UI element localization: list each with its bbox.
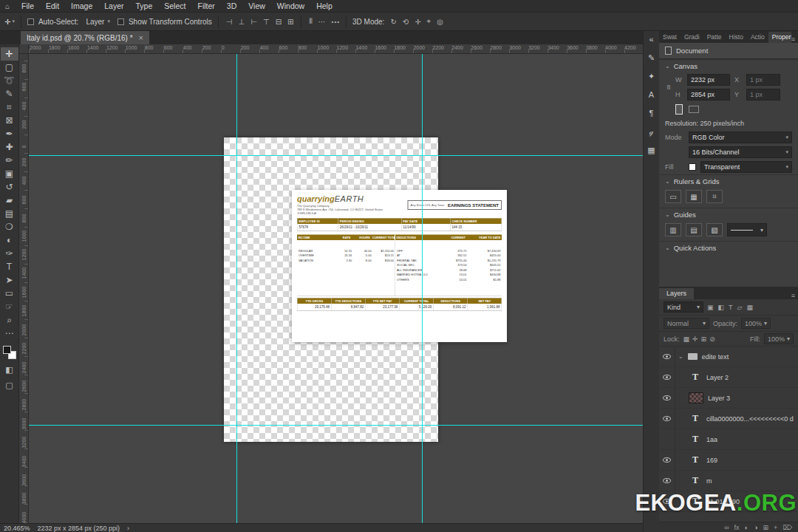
crop-tool[interactable]: ⌗ <box>1 100 18 114</box>
width-field[interactable]: 2232 px <box>687 74 730 86</box>
align-right-edges-icon[interactable]: ⊢ <box>249 17 259 27</box>
menu-item[interactable]: Help <box>310 0 338 12</box>
fill-field[interactable]: 100% ▾ <box>764 333 794 344</box>
glyphs-panel-icon[interactable]: ℊ <box>644 126 659 137</box>
brush-settings-panel-icon[interactable]: ✎ <box>644 52 659 64</box>
align-bottom-edges-icon[interactable]: ⊞ <box>286 17 295 27</box>
guide-line-style-select[interactable]: ▾ <box>727 223 767 236</box>
layer-name[interactable]: m <box>706 477 712 485</box>
x-field[interactable]: 1 px <box>746 74 780 86</box>
align-horizontal-centers-icon[interactable]: ⊥ <box>236 17 246 27</box>
3d-roll-icon[interactable]: ⟲ <box>401 17 410 27</box>
y-field[interactable]: 1 px <box>746 89 780 100</box>
new-group-icon[interactable]: ⊞ <box>763 523 768 532</box>
new-layer-icon[interactable]: + <box>774 523 777 532</box>
layer-row[interactable]: ⌄ T Layer 2 <box>659 367 798 388</box>
menu-item[interactable]: Layer <box>98 0 129 12</box>
toggle-grid-icon[interactable]: ▦ <box>686 190 702 203</box>
layer-name[interactable]: cilla0000000...<<<<<<<<<0 d <box>706 415 794 423</box>
guide-vertical-left[interactable] <box>236 54 237 523</box>
layer-filter-kind-select[interactable]: Kind ▾ <box>664 301 703 313</box>
menu-item[interactable]: View <box>242 0 271 12</box>
layer-row[interactable]: ⌄ T edite text <box>659 347 798 367</box>
layer-row[interactable]: ⌄ T 169 <box>659 450 798 471</box>
lock-position-icon[interactable]: ⊞ <box>701 335 707 343</box>
tab-properties[interactable]: Properties <box>768 32 791 43</box>
document-tab[interactable]: Italy id.psd @ 20.7% (RGB/16) * × <box>21 31 149 44</box>
menu-item[interactable]: Edit <box>40 0 65 12</box>
auto-select-checkbox[interactable] <box>27 18 34 25</box>
lock-all-icon[interactable]: ⊘ <box>709 335 715 343</box>
visibility-cell[interactable] <box>659 388 675 408</box>
gradient-tool[interactable]: ▤ <box>1 207 18 220</box>
character-panel-icon[interactable]: A <box>644 89 659 100</box>
link-layers-icon[interactable]: ∞ <box>724 523 729 532</box>
canvas-fill-select[interactable]: Transparent ▾ <box>700 161 792 173</box>
menu-item[interactable]: Filter <box>191 0 220 12</box>
opacity-field[interactable]: 100% ▾ <box>741 318 771 329</box>
panel-tab[interactable]: Actio <box>747 32 768 43</box>
guide-vertical-right[interactable] <box>422 54 423 523</box>
3d-slide-icon[interactable]: ⌖ <box>426 16 433 27</box>
move-tool[interactable]: ✛ <box>1 47 18 61</box>
auto-select-dropdown[interactable]: Layer ▾ <box>83 17 113 27</box>
visibility-cell[interactable] <box>659 347 675 366</box>
layer-row[interactable]: ⌄ T Layer 3 <box>659 388 798 409</box>
history-brush-tool[interactable]: ↺ <box>1 180 18 194</box>
panel-tab[interactable]: Gradi <box>681 32 703 43</box>
group-chevron-icon[interactable]: ⌄ <box>678 353 683 360</box>
menu-item[interactable]: Type <box>130 0 159 12</box>
visibility-cell[interactable] <box>659 471 675 491</box>
frame-tool[interactable]: ⊠ <box>1 114 18 127</box>
color-mode-select[interactable]: RGB Color ▾ <box>689 132 792 143</box>
layer-name[interactable]: Layer 3 <box>708 395 730 402</box>
3d-scale-icon[interactable]: ◎ <box>435 17 445 27</box>
filter-shape-layers-icon[interactable]: ▱ <box>737 304 743 311</box>
layers-panel-menu-icon[interactable]: ≡ <box>791 292 798 299</box>
toggle-rulers-icon[interactable]: ▭ <box>665 190 681 203</box>
guide-horizontal-top[interactable] <box>29 155 643 156</box>
rulers-grids-section-header[interactable]: ⌄ Rulers & Grids <box>659 174 798 188</box>
3d-rotate-icon[interactable]: ↻ <box>389 17 398 27</box>
menu-item[interactable]: Select <box>158 0 191 12</box>
panel-tab[interactable]: Patte <box>703 32 726 43</box>
menu-item[interactable]: File <box>16 0 40 12</box>
lock-image-pixels-icon[interactable]: ✛ <box>692 335 698 343</box>
quick-actions-section-header[interactable]: ⌄ Quick Actions <box>659 241 798 254</box>
landscape-orientation-icon[interactable] <box>689 106 699 113</box>
status-chevron-icon[interactable]: › <box>127 525 129 532</box>
eyedropper-tool[interactable]: ✒ <box>1 127 18 140</box>
show-transform-checkbox[interactable] <box>117 18 124 25</box>
layer-row[interactable]: ⌄ T m <box>659 471 798 491</box>
dodge-tool[interactable]: ◐ <box>1 233 18 247</box>
ruler-corner[interactable] <box>19 44 29 54</box>
toggle-snap-icon[interactable]: ⌗ <box>706 190 723 203</box>
visibility-cell[interactable] <box>659 429 675 449</box>
distribute-vertical-icon[interactable]: ⋯ <box>317 17 327 27</box>
vertical-ruler[interactable]: 8006004002000200400600800100012001400160… <box>19 54 29 523</box>
filter-type-layers-icon[interactable]: T <box>728 304 734 311</box>
visibility-cell[interactable] <box>659 367 675 387</box>
delete-layer-icon[interactable]: ⌦ <box>782 523 792 532</box>
screen-mode-icon[interactable]: ▢ <box>5 381 13 390</box>
layer-name[interactable]: Layer 2 <box>706 374 729 381</box>
canvas-area[interactable]: quarryingEARTH The Quarrying Company789 … <box>29 54 643 523</box>
zoom-level[interactable]: 20.465% <box>4 525 30 532</box>
new-guide-layout-icon[interactable]: ▥ <box>665 223 681 236</box>
layer-name[interactable]: 1aa <box>706 436 717 443</box>
lock-transparent-pixels-icon[interactable]: ▦ <box>683 335 690 343</box>
close-tab-icon[interactable]: × <box>139 33 143 42</box>
eraser-tool[interactable]: ▰ <box>1 194 18 207</box>
blur-tool[interactable]: ❍ <box>1 220 18 233</box>
filter-smart-objects-icon[interactable]: ▦ <box>746 304 754 311</box>
filter-pixel-layers-icon[interactable]: ▣ <box>706 304 715 311</box>
hand-tool[interactable]: ☞ <box>1 300 18 313</box>
align-left-edges-icon[interactable]: ⊣ <box>225 17 234 27</box>
layer-name[interactable]: 169 <box>706 457 717 464</box>
lasso-tool[interactable]: ➰ <box>1 74 18 87</box>
type-tool[interactable]: T <box>1 260 18 273</box>
layer-row[interactable]: ⌄ T 1aa <box>659 429 798 450</box>
spot-healing-brush-tool[interactable]: ✚ <box>1 140 18 154</box>
zoom-tool[interactable]: ⌕ <box>1 313 18 327</box>
guides-section-header[interactable]: ⌄ Guides <box>659 208 798 221</box>
